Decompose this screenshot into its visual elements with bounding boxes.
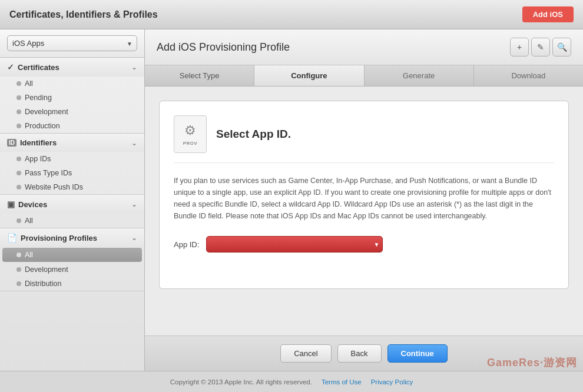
certificates-icon: ✓ <box>7 62 14 72</box>
steps-bar: Select Type Configure Generate Download <box>145 65 583 87</box>
copyright-text: Copyright © 2013 Apple Inc. All rights r… <box>170 378 312 386</box>
step-generate[interactable]: Generate <box>365 65 474 86</box>
bullet-icon <box>16 267 21 272</box>
sidebar-dropdown-wrapper: iOS Apps Mac Apps tvOS Apps ▼ <box>0 29 144 58</box>
prov-label: PROV <box>183 141 198 146</box>
identifiers-icon: ID <box>7 139 16 147</box>
step-download[interactable]: Download <box>474 65 583 86</box>
provisioning-file-icon: ⚙ PROV <box>174 115 207 153</box>
bullet-icon <box>16 281 21 286</box>
title-bar: Certificates, Identifiers & Profiles Add… <box>0 0 583 29</box>
sidebar-item-app-ids[interactable]: App IDs <box>0 152 144 166</box>
sidebar: iOS Apps Mac Apps tvOS Apps ▼ ✓ Certific… <box>0 29 145 371</box>
sidebar-devices-title: ▣ Devices <box>7 200 47 209</box>
app-id-select[interactable] <box>206 236 383 253</box>
sidebar-item-devices-all[interactable]: All <box>0 214 144 228</box>
ios-apps-dropdown-wrapper: iOS Apps Mac Apps tvOS Apps ▼ <box>7 35 137 51</box>
add-button[interactable]: + <box>510 38 529 57</box>
sidebar-certificates-title: ✓ Certificates <box>7 62 59 72</box>
app-id-select-wrapper: ▼ <box>206 236 383 253</box>
bullet-icon <box>16 185 21 190</box>
bottom-bar: Copyright © 2013 Apple Inc. All rights r… <box>0 371 583 392</box>
content-header: Add iOS Provisioning Profile + ✎ 🔍 <box>145 29 583 65</box>
app-id-label: App ID: <box>174 240 199 249</box>
title-action-button[interactable]: Add iOS <box>522 6 574 22</box>
certificates-chevron-icon: ⌄ <box>131 63 137 71</box>
sidebar-identifiers-title: ID Identifiers <box>7 138 57 147</box>
sidebar-item-provisioning-distribution[interactable]: Distribution <box>0 277 144 291</box>
devices-icon: ▣ <box>7 200 15 209</box>
cancel-button[interactable]: Cancel <box>280 344 331 363</box>
platform-selector[interactable]: iOS Apps Mac Apps tvOS Apps <box>7 35 137 51</box>
content-area: Add iOS Provisioning Profile + ✎ 🔍 Selec… <box>145 29 583 371</box>
sidebar-section-devices-header[interactable]: ▣ Devices ⌄ <box>0 195 144 214</box>
main-content: ⚙ PROV Select App ID. If you plan to use… <box>145 87 583 335</box>
bullet-icon <box>16 95 21 100</box>
bullet-icon <box>16 253 21 257</box>
back-button[interactable]: Back <box>337 344 382 363</box>
provisioning-chevron-icon: ⌄ <box>131 234 137 242</box>
sidebar-item-provisioning-all[interactable]: All <box>2 248 142 262</box>
sidebar-item-certificates-pending[interactable]: Pending <box>0 91 144 105</box>
terms-link[interactable]: Terms of Use <box>322 378 362 386</box>
app-id-row: App ID: ▼ <box>174 236 554 253</box>
footer-actions: Cancel Back Continue <box>145 335 583 371</box>
sidebar-section-certificates-header[interactable]: ✓ Certificates ⌄ <box>0 58 144 77</box>
main-layout: iOS Apps Mac Apps tvOS Apps ▼ ✓ Certific… <box>0 29 583 371</box>
step-configure[interactable]: Configure <box>254 65 364 86</box>
sidebar-section-identifiers: ID Identifiers ⌄ App IDs Pass Type IDs W… <box>0 134 144 195</box>
sidebar-item-certificates-development[interactable]: Development <box>0 105 144 119</box>
search-icon: 🔍 <box>557 42 567 52</box>
sidebar-provisioning-title: 📄 Provisioning Profiles <box>7 233 97 242</box>
sidebar-section-devices: ▣ Devices ⌄ All <box>0 195 144 228</box>
card-header: ⚙ PROV Select App ID. <box>174 115 554 163</box>
step-select-type[interactable]: Select Type <box>145 65 254 86</box>
sidebar-section-provisioning: 📄 Provisioning Profiles ⌄ All Developmen… <box>0 228 144 291</box>
bullet-icon <box>16 157 21 161</box>
bullet-icon <box>16 81 21 86</box>
sidebar-item-website-push-ids[interactable]: Website Push IDs <box>0 180 144 194</box>
bullet-icon <box>16 218 21 223</box>
edit-button[interactable]: ✎ <box>531 38 550 57</box>
description-text: If you plan to use services such as Game… <box>174 175 554 222</box>
sidebar-section-identifiers-header[interactable]: ID Identifiers ⌄ <box>0 134 144 152</box>
sidebar-section-provisioning-header[interactable]: 📄 Provisioning Profiles ⌄ <box>0 228 144 247</box>
identifiers-chevron-icon: ⌄ <box>131 139 137 147</box>
bullet-icon <box>16 171 21 175</box>
sidebar-item-certificates-all[interactable]: All <box>0 77 144 91</box>
provisioning-icon: 📄 <box>7 233 17 242</box>
content-card: ⚙ PROV Select App ID. If you plan to use… <box>159 101 569 289</box>
privacy-link[interactable]: Privacy Policy <box>371 378 413 386</box>
gear-icon: ⚙ <box>184 123 196 138</box>
card-section-title: Select App ID. <box>216 128 291 141</box>
bullet-icon <box>16 124 21 128</box>
continue-button[interactable]: Continue <box>387 344 448 363</box>
content-title: Add iOS Provisioning Profile <box>157 41 290 54</box>
devices-chevron-icon: ⌄ <box>131 200 137 208</box>
header-actions: + ✎ 🔍 <box>510 38 571 57</box>
app-title: Certificates, Identifiers & Profiles <box>9 9 158 20</box>
sidebar-section-certificates: ✓ Certificates ⌄ All Pending Development <box>0 58 144 134</box>
bullet-icon <box>16 109 21 114</box>
sidebar-item-pass-type-ids[interactable]: Pass Type IDs <box>0 166 144 180</box>
search-button[interactable]: 🔍 <box>552 38 571 57</box>
sidebar-item-provisioning-development[interactable]: Development <box>0 263 144 277</box>
sidebar-item-certificates-production[interactable]: Production <box>0 119 144 133</box>
